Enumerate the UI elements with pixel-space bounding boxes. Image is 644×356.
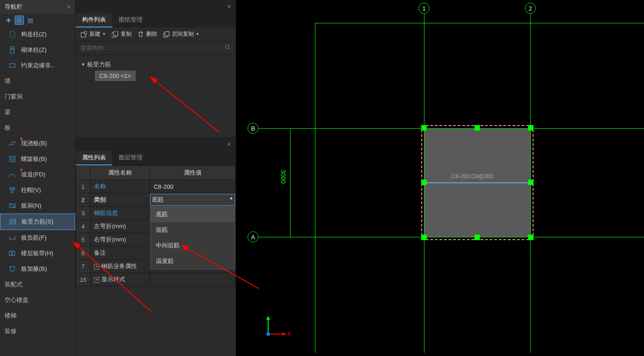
tab-drawing-mgmt[interactable]: 图纸管理 <box>112 13 149 27</box>
prop-num: 3 <box>76 207 90 220</box>
close-icon[interactable]: × <box>67 3 71 11</box>
comp-tabs: 构件列表 图纸管理 <box>76 13 236 27</box>
nav-item[interactable]: 坡道(PD) <box>0 167 75 182</box>
tree-child[interactable]: C8-200 <1> <box>95 71 136 81</box>
svg-line-9 <box>10 204 15 208</box>
dropdown-list: 底筋面筋中间层筋温度筋 <box>150 206 235 269</box>
search-input[interactable] <box>80 44 225 51</box>
nav-item-label: 柱帽(V) <box>21 186 41 194</box>
new-button[interactable]: 新建 ▼ <box>80 30 106 38</box>
nav-category[interactable]: 板 <box>0 120 75 136</box>
layer-copy-button[interactable]: 层间复制 ▼ <box>163 30 199 38</box>
resize-handle[interactable] <box>421 235 427 240</box>
resize-handle[interactable] <box>528 235 534 240</box>
nav-category[interactable]: 楼梯 <box>0 308 75 323</box>
nav-category[interactable]: 装配式 <box>0 277 75 292</box>
tab-layer-mgmt[interactable]: 图层管理 <box>112 151 149 165</box>
type-select[interactable]: 底筋▲ <box>150 194 235 206</box>
search-row <box>76 41 236 55</box>
chevron-down-icon: ▼ <box>102 32 106 36</box>
prop-num: 5 <box>76 233 90 246</box>
nav-categories-bottom: 装配式空心楼盖楼梯装修 <box>0 277 75 339</box>
nav-item[interactable]: 板负筋(F) <box>0 230 75 246</box>
cap-icon <box>8 186 17 194</box>
resize-handle[interactable] <box>474 235 480 240</box>
prop-header-val: 属性值 <box>150 166 236 180</box>
prop-value[interactable]: 底筋▲底筋面筋中间层筋温度筋 <box>150 193 236 207</box>
trash-icon <box>137 31 144 38</box>
axis-y-label: Y <box>266 313 270 316</box>
copy-button[interactable]: 复制 <box>111 30 132 38</box>
comp-header: × <box>76 0 236 13</box>
nav-item[interactable]: 砌体柱(Z) <box>0 42 75 58</box>
nav-item[interactable]: 螺旋板(B) <box>0 151 75 167</box>
svg-rect-0 <box>10 31 15 38</box>
search-icon[interactable] <box>225 44 231 52</box>
nav-category[interactable]: 门窗洞 <box>0 89 75 104</box>
resize-handle[interactable] <box>421 125 427 131</box>
nav-category[interactable]: 墙 <box>0 73 75 89</box>
tab-property-list[interactable]: 属性列表 <box>76 151 112 165</box>
prop-name: +显示样式 <box>90 273 150 286</box>
nav-item-label: 构造柱(Z) <box>21 30 47 38</box>
rebar-line[interactable] <box>424 182 530 183</box>
nav-item-label: 板洞(N) <box>21 202 41 210</box>
dropdown-item[interactable]: 温度筋 <box>150 253 235 269</box>
expand-icon[interactable]: + <box>94 264 99 269</box>
middle-panel: × 构件列表 图纸管理 新建 ▼ 复制 删除 <box>76 0 236 356</box>
nav-item-label: 坡道(PD) <box>21 170 45 179</box>
hole-icon <box>8 202 17 210</box>
delete-button[interactable]: 删除 <box>137 30 157 38</box>
grid-line <box>315 23 644 23</box>
spiral-icon <box>8 155 17 163</box>
svg-marker-26 <box>282 332 286 336</box>
expand-icon[interactable]: + <box>94 277 99 283</box>
prop-section: × 属性列表 图层管理 属性名称 属性值 1名称C8-2002类别底筋▲底筋面筋… <box>76 137 236 356</box>
prop-name: 钢筋信息 <box>90 207 150 220</box>
prop-value[interactable] <box>150 273 236 286</box>
dropdown-item[interactable]: 面筋 <box>150 222 235 238</box>
nav-item[interactable]: 板加腋(B) <box>0 261 75 277</box>
nav-item-label: 螺旋板(B) <box>21 155 47 163</box>
prop-header: × <box>76 138 236 151</box>
tab-component-list[interactable]: 构件列表 <box>76 13 112 27</box>
nav-item[interactable]: 板受力筋(S) <box>0 214 75 230</box>
nav-panel: 导航栏 × ✚ ☰ ▤ 构造柱(Z)砌体柱(Z)约束边缘非.. 墙门窗洞梁板 现… <box>0 0 76 356</box>
prop-value[interactable]: C8-200 <box>150 180 236 193</box>
nav-item-label: 板受力筋(S) <box>22 218 53 226</box>
close-icon[interactable]: × <box>227 141 231 148</box>
nav-item[interactable]: 约束边缘非.. <box>0 58 75 73</box>
prop-name: 备注 <box>90 246 150 260</box>
prop-num: 6 <box>76 246 90 260</box>
prop-name: 右弯折(mm) <box>90 233 150 246</box>
slab-icon <box>8 139 17 148</box>
add-icon[interactable]: ✚ <box>4 16 13 25</box>
new-icon <box>80 31 88 38</box>
nav-item[interactable]: 板洞(N) <box>0 198 75 214</box>
list-view-icon[interactable]: ☰ <box>15 16 24 25</box>
tree-parent[interactable]: ▼ 板受力筋 <box>81 59 230 71</box>
nav-item[interactable]: 构造柱(Z) <box>0 27 75 42</box>
resize-handle[interactable] <box>474 125 480 131</box>
rebar-icon <box>9 218 17 226</box>
nav-category[interactable]: 梁 <box>0 104 75 120</box>
prop-header-name: 属性名称 <box>90 166 150 180</box>
nav-item[interactable]: 柱帽(V) <box>0 182 75 198</box>
nav-item-label: 约束边缘非.. <box>21 61 54 70</box>
dimension-text: 3000 <box>280 170 287 184</box>
group-view-icon[interactable]: ▤ <box>26 16 35 25</box>
dropdown-item[interactable]: 中间层筋 <box>150 238 235 253</box>
resize-handle[interactable] <box>528 125 534 131</box>
dropdown-item[interactable]: 底筋 <box>150 207 235 222</box>
grid-line <box>315 23 315 353</box>
svg-rect-1 <box>11 47 14 49</box>
nav-mini-toolbar: ✚ ☰ ▤ <box>0 14 75 27</box>
svg-rect-7 <box>11 189 13 193</box>
close-icon[interactable]: × <box>227 3 231 10</box>
nav-category[interactable]: 空心楼盖 <box>0 292 75 308</box>
nav-item[interactable]: 楼层板带(H) <box>0 246 75 261</box>
neg-icon <box>8 234 17 242</box>
drawing-canvas[interactable]: 1 2 B A 3000 C8-200:C8@200 Y X <box>236 0 644 356</box>
nav-item[interactable]: 现浇板(B) <box>0 136 75 151</box>
nav-category[interactable]: 装修 <box>0 323 75 339</box>
